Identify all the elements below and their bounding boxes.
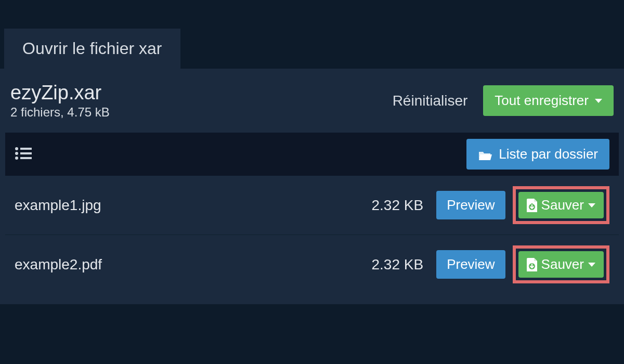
folder-list-button[interactable]: Liste par dossier xyxy=(466,139,609,170)
save-all-label: Tout enregistrer xyxy=(495,93,589,109)
caret-down-icon xyxy=(588,203,595,207)
svg-point-0 xyxy=(15,147,18,150)
list-icon[interactable] xyxy=(15,146,32,163)
file-size: 2.32 KB xyxy=(371,197,423,214)
svg-point-2 xyxy=(15,152,18,155)
file-download-icon xyxy=(527,258,537,271)
row-actions: Preview Sauver xyxy=(436,245,609,283)
save-button[interactable]: Sauver xyxy=(518,251,604,278)
preview-button[interactable]: Preview xyxy=(436,250,505,279)
file-row: example2.pdf 2.32 KB Preview Sauver xyxy=(5,235,619,294)
svg-rect-1 xyxy=(20,148,32,150)
svg-rect-5 xyxy=(20,157,32,159)
svg-point-4 xyxy=(15,157,18,160)
tab-bar: Ouvrir le fichier xar xyxy=(0,0,624,69)
file-name: example2.pdf xyxy=(15,256,371,273)
highlight-box: Sauver xyxy=(513,186,609,224)
archive-subline: 2 fichiers, 4.75 kB xyxy=(10,105,110,120)
reset-button[interactable]: Réinitialiser xyxy=(393,93,468,109)
tab-label: Ouvrir le fichier xar xyxy=(22,39,162,58)
caret-down-icon xyxy=(595,99,602,103)
highlight-box: Sauver xyxy=(513,245,609,283)
folder-open-icon xyxy=(478,149,492,160)
save-label: Sauver xyxy=(541,197,584,213)
folder-list-label: Liste par dossier xyxy=(499,146,598,162)
preview-button[interactable]: Preview xyxy=(436,191,505,219)
save-button[interactable]: Sauver xyxy=(518,192,604,218)
file-header: ezyZip.xar 2 fichiers, 4.75 kB Réinitial… xyxy=(5,74,619,133)
file-info: ezyZip.xar 2 fichiers, 4.75 kB xyxy=(10,82,110,120)
save-all-button[interactable]: Tout enregistrer xyxy=(483,85,614,116)
main-content: ezyZip.xar 2 fichiers, 4.75 kB Réinitial… xyxy=(0,69,624,304)
preview-label: Preview xyxy=(447,197,495,213)
toolbar: Liste par dossier xyxy=(5,133,619,176)
file-row: example1.jpg 2.32 KB Preview xyxy=(5,176,619,235)
svg-rect-3 xyxy=(20,152,32,154)
header-actions: Réinitialiser Tout enregistrer xyxy=(393,85,614,116)
row-actions: Preview Sauver xyxy=(436,186,609,224)
preview-label: Preview xyxy=(447,256,495,272)
file-size: 2.32 KB xyxy=(371,256,423,273)
archive-filename: ezyZip.xar xyxy=(10,82,110,104)
save-label: Sauver xyxy=(541,256,584,272)
file-name: example1.jpg xyxy=(15,197,371,214)
file-download-icon xyxy=(527,199,537,212)
tab-open-file[interactable]: Ouvrir le fichier xar xyxy=(4,29,180,69)
caret-down-icon xyxy=(588,263,595,267)
